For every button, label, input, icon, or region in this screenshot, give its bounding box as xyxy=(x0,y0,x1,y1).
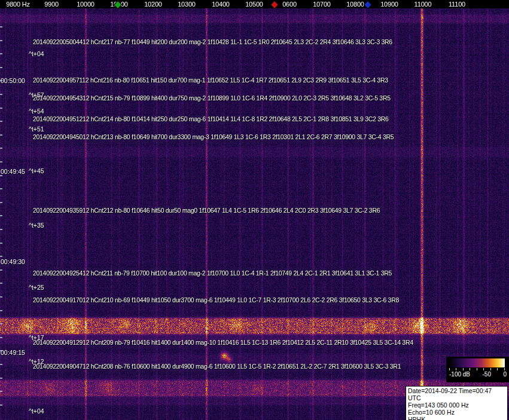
left-edge-time-tick xyxy=(0,188,2,189)
status-info-box: Date=2014-09-22 Time=00:47 UTC Freq=143 … xyxy=(406,386,508,420)
annotations-overlay: 00:50:0000:49:4500:49:3000:49:1520140922… xyxy=(0,0,509,420)
left-edge-time-tick xyxy=(0,148,2,149)
left-edge-time-tick xyxy=(0,350,2,351)
left-edge-time-tick xyxy=(0,67,2,68)
colorbar-label-max: 0 xyxy=(503,371,507,378)
echo-time-offset-mark: ^t+04 xyxy=(29,407,44,415)
left-edge-time-tick xyxy=(0,175,2,176)
info-station-id: HPHK xyxy=(408,416,505,420)
left-edge-time-tick xyxy=(0,310,2,311)
freq-tick-9900: 9900 xyxy=(44,1,59,8)
echo-time-offset-mark: ^t+17 xyxy=(29,334,44,341)
spectrogram-app: 9800 Hz990010000101001020010300104001050… xyxy=(0,0,509,420)
left-edge-time-tick xyxy=(0,108,2,109)
freq-tick-11000: 11000 xyxy=(414,1,432,8)
freq-tick-10000: 10000 xyxy=(77,1,95,8)
freq-tick-10500: 10500 xyxy=(245,1,263,8)
freq-tick-11100: 11100 xyxy=(449,1,465,8)
left-edge-time-tick xyxy=(0,391,2,392)
meteor-detection-log-line: 20140922004954312 hCnt215 nb-79 f10899 h… xyxy=(33,94,391,102)
echo-time-offset-mark: ^t+51 xyxy=(29,125,44,133)
echo-time-offset-mark: ^t+35 xyxy=(29,222,44,229)
left-edge-time-tick xyxy=(0,337,2,338)
left-edge-time-tick xyxy=(0,80,2,81)
meteor-detection-log-line: 20140922004904712 hCnt208 nb-76 f10600 h… xyxy=(33,363,401,370)
left-edge-time-tick xyxy=(0,229,2,230)
time-axis-label: 00:49:30 xyxy=(1,258,25,265)
left-edge-time-tick xyxy=(0,161,2,163)
freq-tick-10300: 10300 xyxy=(178,1,196,8)
left-edge-time-tick xyxy=(0,243,2,244)
meteor-detection-log-line: 20140922004917012 hCnt210 nb-69 f10449 h… xyxy=(33,296,399,303)
left-edge-time-tick xyxy=(0,94,2,95)
meteor-detection-log-line: 20140922004935912 hCnt212 nb-80 f10646 h… xyxy=(33,207,380,214)
left-edge-time-tick xyxy=(0,378,2,379)
left-edge-time-tick xyxy=(0,202,2,203)
left-edge-time-tick xyxy=(0,296,2,298)
echo-time-offset-mark: ^t+54 xyxy=(29,108,44,115)
left-edge-time-tick xyxy=(0,256,2,257)
freq-tick-10400: 10400 xyxy=(212,1,230,8)
echo-time-offset-mark: ^t+25 xyxy=(29,284,44,291)
blue-diamond-marker[interactable] xyxy=(364,1,372,9)
meteor-detection-log-line: 20140922005004412 hCnt217 nb-77 f10449 h… xyxy=(33,38,392,45)
freq-tick-10900: 10900 xyxy=(380,1,398,8)
left-edge-time-tick xyxy=(0,364,2,365)
frequency-scale: 9800 Hz990010000101001020010300104001050… xyxy=(0,0,509,8)
echo-time-offset-mark: ^t+45 xyxy=(29,167,44,174)
info-frequency: Freq=143 050 000 Hz xyxy=(408,401,505,409)
colorbar: -100 dB -50 0 xyxy=(446,357,509,382)
time-axis-label: 00:49:45 xyxy=(1,168,25,175)
meteor-detection-log-line: 20140922004925412 hCnt211 nb-79 f10700 h… xyxy=(33,269,392,277)
red-diamond-marker[interactable] xyxy=(270,1,279,9)
time-axis-label: 00:50:00 xyxy=(1,77,25,84)
left-edge-time-tick xyxy=(0,53,2,54)
meteor-detection-log-line: 20140922004951212 hCnt214 nb-80 f10414 h… xyxy=(33,115,389,122)
echo-time-offset-mark: ^t+57 xyxy=(29,91,44,99)
colorbar-ticks xyxy=(449,368,505,370)
freq-tick-10800: 10800 xyxy=(346,1,364,8)
meteor-detection-log-line: 20140922004912912 hCnt209 nb-79 f10416 h… xyxy=(33,339,413,346)
left-edge-time-tick xyxy=(0,121,2,122)
info-date-time: Date=2014-09-22 Time=00:47 UTC xyxy=(408,387,505,401)
left-edge-time-tick xyxy=(0,269,2,271)
colorbar-label-min: -100 dB xyxy=(449,371,470,378)
left-edge-time-tick xyxy=(0,323,2,324)
freq-tick-10200: 10200 xyxy=(144,1,162,8)
colorbar-label-mid: -50 xyxy=(483,371,491,378)
time-axis-label: 00:49:15 xyxy=(1,349,25,356)
info-echo-frequency: Echo=10 600 Hz xyxy=(408,409,505,416)
left-edge-time-tick xyxy=(0,26,2,27)
meteor-detection-log-line: 20140922004945012 hCnt213 nb-80 f10649 h… xyxy=(33,133,394,140)
left-edge-time-tick xyxy=(0,283,2,284)
echo-time-offset-mark: ^t+12 xyxy=(29,358,44,365)
left-edge-time-tick xyxy=(0,215,2,216)
meteor-detection-log-line: 20140922004957112 hCnt216 nb-80 f10651 h… xyxy=(33,76,388,84)
left-edge-time-tick xyxy=(0,40,2,41)
colorbar-gradient xyxy=(449,358,505,367)
freq-tick-9800-hz: 9800 Hz xyxy=(6,1,30,8)
echo-time-offset-mark: ^t+04 xyxy=(29,50,44,57)
left-edge-time-tick xyxy=(0,404,2,406)
freq-tick-0600: 0600 xyxy=(282,1,297,8)
freq-tick-10700: 10700 xyxy=(313,1,331,8)
left-edge-time-tick xyxy=(0,134,2,136)
